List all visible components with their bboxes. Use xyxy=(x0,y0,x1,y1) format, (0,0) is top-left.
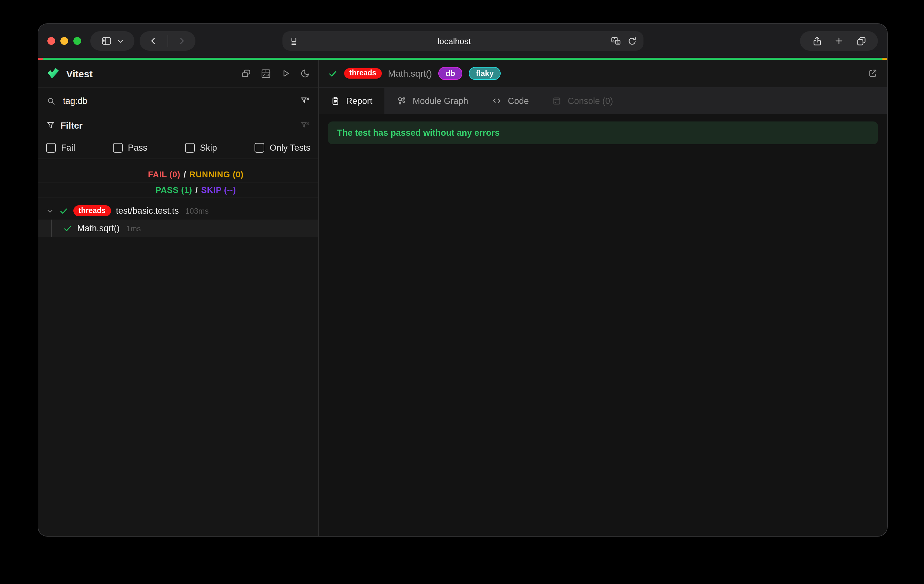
translate-icon[interactable]: A 文 xyxy=(610,35,621,46)
page-settings-icon[interactable] xyxy=(289,36,299,46)
search-input[interactable] xyxy=(62,95,300,106)
address-bar[interactable]: localhost A 文 xyxy=(282,31,643,51)
status-separator: / xyxy=(195,185,198,195)
back-button[interactable] xyxy=(140,31,167,51)
status-row-fail-running: FAIL (0) / RUNNING (0) xyxy=(38,167,318,182)
svg-text:文: 文 xyxy=(616,41,619,44)
checkbox-icon xyxy=(46,142,56,152)
status-skip: SKIP (--) xyxy=(201,185,236,195)
search-row xyxy=(38,88,318,114)
sidebar: Vitest xyxy=(38,60,319,536)
console-icon xyxy=(552,96,562,106)
status-separator: / xyxy=(183,170,186,179)
report-panel: The test has passed without any errors xyxy=(319,114,887,536)
detail-header: threads Math.sqrt() db flaky xyxy=(319,60,887,88)
dashboard-icon[interactable] xyxy=(261,68,271,79)
desktop-background: localhost A 文 xyxy=(0,0,924,584)
zoom-window-button[interactable] xyxy=(73,37,81,45)
tab-module-graph[interactable]: Module Graph xyxy=(384,88,480,114)
detail-tabs: Report Module Graph xyxy=(319,88,887,114)
address-bar-actions: A 文 xyxy=(610,35,637,46)
report-icon xyxy=(330,96,340,106)
pass-banner: The test has passed without any errors xyxy=(328,121,878,144)
checkbox-label: Only Tests xyxy=(269,142,310,152)
url-text: localhost xyxy=(299,36,610,46)
reload-icon[interactable] xyxy=(627,36,637,46)
chevron-down-icon[interactable] xyxy=(46,207,54,215)
checkbox-label: Skip xyxy=(200,142,217,152)
browser-window: localhost A 文 xyxy=(38,23,888,536)
test-title: Math.sqrt() xyxy=(388,68,432,79)
filter-label: Filter xyxy=(60,120,82,131)
run-status-summary: FAIL (0) / RUNNING (0) PASS (1) / SKIP (… xyxy=(38,167,318,198)
pass-banner-text: The test has passed without any errors xyxy=(337,128,500,138)
test-case-name: Math.sqrt() xyxy=(77,223,120,233)
status-running: RUNNING (0) xyxy=(189,170,244,179)
tag-flaky: flaky xyxy=(469,67,501,80)
filter-checkbox-only-tests[interactable]: Only Tests xyxy=(254,142,310,152)
tab-overview-icon[interactable] xyxy=(855,35,866,46)
status-fail: FAIL (0) xyxy=(148,170,180,179)
new-tab-icon[interactable] xyxy=(834,36,844,46)
filter-icon xyxy=(46,121,55,130)
test-case-duration: 1ms xyxy=(126,224,141,233)
pool-badge: threads xyxy=(73,205,111,216)
test-file-name: test/basic.test.ts xyxy=(116,206,179,216)
tab-label: Module Graph xyxy=(412,96,468,106)
tag-db: db xyxy=(438,67,462,80)
sidebar-header-actions xyxy=(241,68,310,79)
browser-sidebar-toggle[interactable] xyxy=(90,31,134,51)
checkbox-label: Fail xyxy=(61,142,75,152)
detail-panel: threads Math.sqrt() db flaky xyxy=(319,60,887,536)
vitest-logo-icon xyxy=(46,66,60,81)
sidebar-header: Vitest xyxy=(38,60,318,88)
open-in-editor-icon[interactable] xyxy=(868,68,878,79)
checkbox-icon xyxy=(113,142,123,152)
close-window-button[interactable] xyxy=(48,37,55,45)
browser-window-actions xyxy=(800,31,878,51)
filter-checkbox-skip[interactable]: Skip xyxy=(185,142,217,152)
pass-check-icon xyxy=(328,68,338,78)
checkbox-icon xyxy=(185,142,195,152)
tab-label: Report xyxy=(346,96,372,106)
test-file-duration: 103ms xyxy=(185,206,209,215)
browser-nav-buttons xyxy=(140,31,195,51)
chevron-down-icon xyxy=(117,37,124,45)
stage: localhost A 文 xyxy=(0,0,924,584)
run-all-icon[interactable] xyxy=(280,68,291,79)
browser-toolbar: localhost A 文 xyxy=(38,24,887,58)
sidebar-icon xyxy=(101,35,112,47)
test-case-row[interactable]: Math.sqrt() 1ms xyxy=(38,220,318,237)
share-icon[interactable] xyxy=(811,35,822,46)
module-graph-icon xyxy=(396,95,407,106)
tab-code[interactable]: Code xyxy=(480,88,541,114)
tab-label: Console (0) xyxy=(568,96,613,106)
filter-checkbox-pass[interactable]: Pass xyxy=(113,142,147,152)
forward-button[interactable] xyxy=(168,31,195,51)
checkbox-label: Pass xyxy=(128,142,147,152)
test-file-row[interactable]: threads test/basic.test.ts 103ms xyxy=(38,202,318,220)
cascade-windows-icon[interactable] xyxy=(241,68,251,79)
tab-label: Code xyxy=(508,96,529,106)
test-tree: threads test/basic.test.ts 103ms Math.sq… xyxy=(38,202,318,237)
filter-section-header: Filter xyxy=(38,114,318,136)
filter-checkbox-fail[interactable]: Fail xyxy=(46,142,75,152)
pool-badge: threads xyxy=(344,68,381,79)
traffic-lights xyxy=(48,37,81,45)
clear-filter-icon[interactable] xyxy=(300,120,310,131)
status-pass: PASS (1) xyxy=(155,185,192,195)
vitest-ui: Vitest xyxy=(38,60,887,536)
code-icon xyxy=(492,96,502,106)
tab-report[interactable]: Report xyxy=(319,88,384,114)
filter-checkboxes: Fail Pass Skip Only Tests xyxy=(38,136,318,159)
pass-check-icon xyxy=(63,224,72,233)
dark-mode-icon[interactable] xyxy=(300,68,310,79)
app-title: Vitest xyxy=(66,68,92,79)
clear-search-icon[interactable] xyxy=(300,96,310,106)
minimize-window-button[interactable] xyxy=(60,37,68,45)
pass-check-icon xyxy=(59,206,68,215)
search-icon xyxy=(46,96,56,106)
tab-console[interactable]: Console (0) xyxy=(541,88,625,114)
checkbox-icon xyxy=(254,142,264,152)
status-row-pass-skip: PASS (1) / SKIP (--) xyxy=(38,182,318,198)
